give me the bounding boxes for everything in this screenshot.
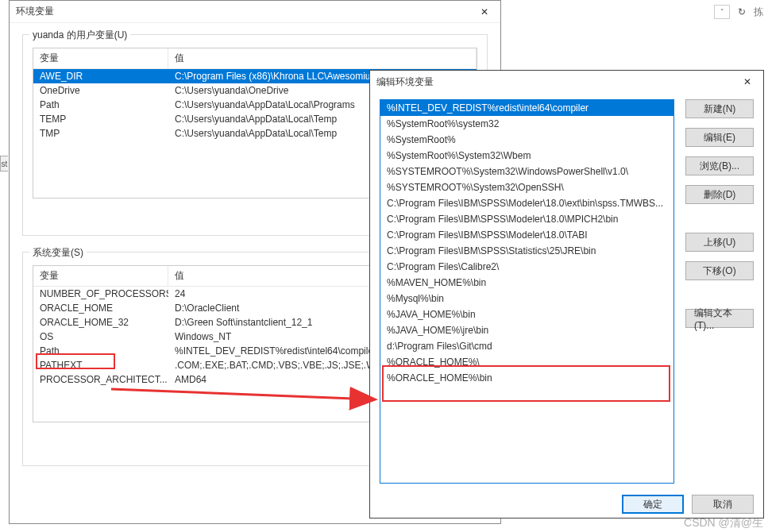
list-item[interactable]: %ORACLE_HOME%\bin [380,370,673,386]
col-value[interactable]: 值 [168,48,477,68]
var-name: PATHEXT [33,358,168,372]
var-name: OS [33,330,168,344]
var-name: ORACLE_HOME [33,301,168,315]
list-item[interactable]: C:\Program Files\Calibre2\ [380,259,673,275]
close-icon[interactable]: ✕ [475,4,494,20]
edit-env-var-dialog: 编辑环境变量 ✕ %INTEL_DEV_REDIST%redist\intel6… [369,70,764,519]
new-entry-button[interactable]: 新建(N) [685,99,754,118]
list-item[interactable]: C:\Program Files\IBM\SPSS\Modeler\18.0\M… [380,211,673,227]
move-up-button[interactable]: 上移(U) [685,233,754,252]
edit-dialog-footer: 确定 取消 [370,490,763,522]
var-name: ORACLE_HOME_32 [33,315,168,330]
list-item[interactable]: %JAVA_HOME%\jre\bin [380,322,673,338]
list-item[interactable]: d:\Program Files\Git\cmd [380,338,673,354]
var-name: NUMBER_OF_PROCESSORS [33,287,168,301]
close-icon[interactable]: ✕ [738,74,757,90]
edit-text-button[interactable]: 编辑文本(T)... [685,309,754,328]
list-item[interactable]: C:\Program Files\IBM\SPSS\Modeler\18.0\T… [380,227,673,243]
list-item[interactable]: %SystemRoot%\System32\Wbem [380,148,673,164]
col-variable[interactable]: 变量 [33,266,168,286]
system-vars-title: 系统变量(S) [29,246,87,260]
list-item[interactable]: %ORACLE_HOME%\ [380,354,673,370]
list-item[interactable]: %SYSTEMROOT%\System32\OpenSSH\ [380,179,673,195]
list-item[interactable]: %Mysql%\bin [380,291,673,306]
delete-entry-button[interactable]: 删除(D) [685,185,754,204]
list-item[interactable]: %SystemRoot% [380,132,673,148]
col-variable[interactable]: 变量 [33,48,168,68]
edit-dialog-side-buttons: 新建(N) 编辑(E) 浏览(B)... 删除(D) 上移(U) 下移(O) 编… [685,99,754,484]
edit-dialog-titlebar: 编辑环境变量 ✕ [370,71,763,93]
var-name: OneDrive [33,83,168,98]
edit-dialog-title: 编辑环境变量 [376,75,738,89]
var-name: Path [33,344,168,358]
edit-entry-button[interactable]: 编辑(E) [685,128,754,147]
var-name: TEMP [33,112,168,126]
env-dialog-title: 环境变量 [16,5,475,18]
list-item[interactable]: %SystemRoot%\system32 [380,116,673,132]
list-item[interactable]: %SYSTEMROOT%\System32\WindowsPowerShell\… [380,164,673,179]
cancel-button[interactable]: 取消 [692,495,754,514]
var-name: AWE_DIR [33,69,168,83]
ok-button[interactable]: 确定 [622,495,684,514]
env-dialog-titlebar: 环境变量 ✕ [10,1,500,23]
left-edge-fragment: st [0,156,8,172]
var-name: Path [33,98,168,112]
move-down-button[interactable]: 下移(O) [685,261,754,280]
dropdown-arrow-icon[interactable]: ˅ [714,5,730,19]
path-entries-list[interactable]: %INTEL_DEV_REDIST%redist\intel64\compile… [380,99,674,484]
var-name: PROCESSOR_ARCHITECT... [33,372,168,387]
table-header: 变量 值 [33,48,477,69]
user-vars-title: yuanda 的用户变量(U) [29,29,130,42]
toolbar-char: 拣 [754,6,763,19]
list-item[interactable]: C:\Program Files\IBM\SPSS\Statistics\25\… [380,243,673,259]
list-item[interactable]: %INTEL_DEV_REDIST%redist\intel64\compile… [380,100,673,116]
var-name: TMP [33,126,168,141]
browse-button[interactable]: 浏览(B)... [685,156,754,175]
refresh-icon[interactable]: ↻ [735,5,749,19]
list-item[interactable]: C:\Program Files\IBM\SPSS\Modeler\18.0\e… [380,195,673,211]
list-item[interactable]: %MAVEN_HOME%\bin [380,275,673,291]
list-item[interactable]: %JAVA_HOME%\bin [380,306,673,322]
explorer-top-strip: ˅ ↻ 拣 [714,5,763,19]
